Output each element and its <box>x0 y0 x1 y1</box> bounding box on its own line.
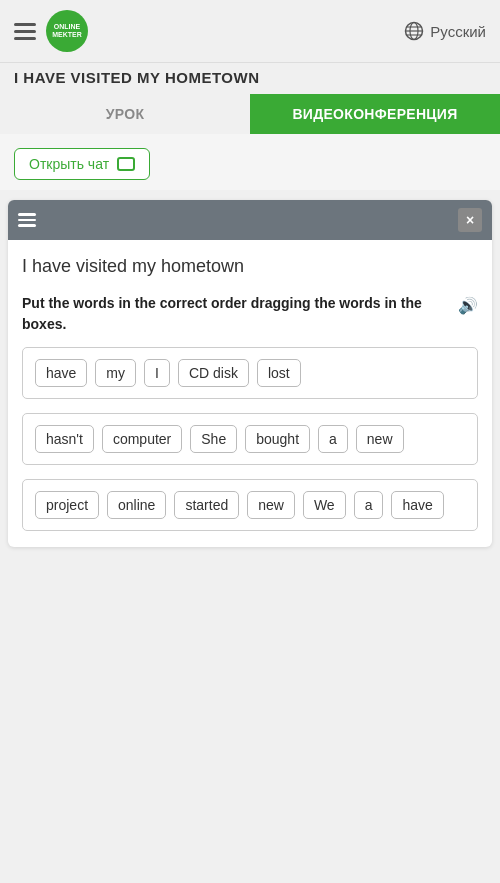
logo-text: ONLINE MEKTER <box>52 23 82 40</box>
chat-section: Открыть чат <box>0 134 500 190</box>
speaker-icon[interactable]: 🔊 <box>458 294 478 318</box>
tab-lesson[interactable]: УРОК <box>0 94 250 134</box>
word-chip[interactable]: bought <box>245 425 310 453</box>
lesson-title-text: I HAVE VISITED MY HOMETOWN <box>14 69 260 86</box>
instruction-text: Put the words in the correct order dragg… <box>22 293 478 335</box>
word-chip[interactable]: a <box>318 425 348 453</box>
card-content: I have visited my hometown Put the words… <box>8 240 492 547</box>
word-chip[interactable]: online <box>107 491 166 519</box>
tabs-bar: УРОК ВИДЕОКОНФЕРЕНЦИЯ <box>0 94 500 134</box>
word-chip[interactable]: computer <box>102 425 182 453</box>
word-chip[interactable]: new <box>247 491 295 519</box>
language-label: Русский <box>430 23 486 40</box>
word-chip[interactable]: have <box>391 491 443 519</box>
top-bar-left: ONLINE MEKTER <box>14 10 88 52</box>
card-lesson-title: I have visited my hometown <box>22 256 478 277</box>
word-row-2[interactable]: hasn't computer She bought a new <box>22 413 478 465</box>
word-chip[interactable]: She <box>190 425 237 453</box>
word-chip[interactable]: hasn't <box>35 425 94 453</box>
word-chip[interactable]: lost <box>257 359 301 387</box>
logo: ONLINE MEKTER <box>46 10 88 52</box>
chat-button-label: Открыть чат <box>29 156 109 172</box>
top-bar: ONLINE MEKTER Русский <box>0 0 500 63</box>
language-selector[interactable]: Русский <box>404 21 486 41</box>
word-chip[interactable]: We <box>303 491 346 519</box>
open-chat-button[interactable]: Открыть чат <box>14 148 150 180</box>
menu-icon[interactable] <box>14 23 36 40</box>
word-chip[interactable]: project <box>35 491 99 519</box>
card-menu-icon[interactable] <box>18 213 36 227</box>
close-button[interactable]: × <box>458 208 482 232</box>
word-chip[interactable]: started <box>174 491 239 519</box>
tab-video[interactable]: ВИДЕОКОНФЕРЕНЦИЯ <box>250 94 500 134</box>
globe-icon <box>404 21 424 41</box>
chat-icon <box>117 157 135 171</box>
word-chip[interactable]: have <box>35 359 87 387</box>
word-chip[interactable]: I <box>144 359 170 387</box>
word-chip[interactable]: CD disk <box>178 359 249 387</box>
lesson-title-bar: I HAVE VISITED MY HOMETOWN <box>0 63 500 94</box>
exercise-area: have my I CD disk lost hasn't computer S… <box>22 347 478 531</box>
word-chip[interactable]: a <box>354 491 384 519</box>
word-row-1[interactable]: have my I CD disk lost <box>22 347 478 399</box>
content-card: × I have visited my hometown Put the wor… <box>8 200 492 547</box>
word-chip[interactable]: new <box>356 425 404 453</box>
word-chip[interactable]: my <box>95 359 136 387</box>
card-top-bar: × <box>8 200 492 240</box>
word-row-3[interactable]: project online started new We a have <box>22 479 478 531</box>
